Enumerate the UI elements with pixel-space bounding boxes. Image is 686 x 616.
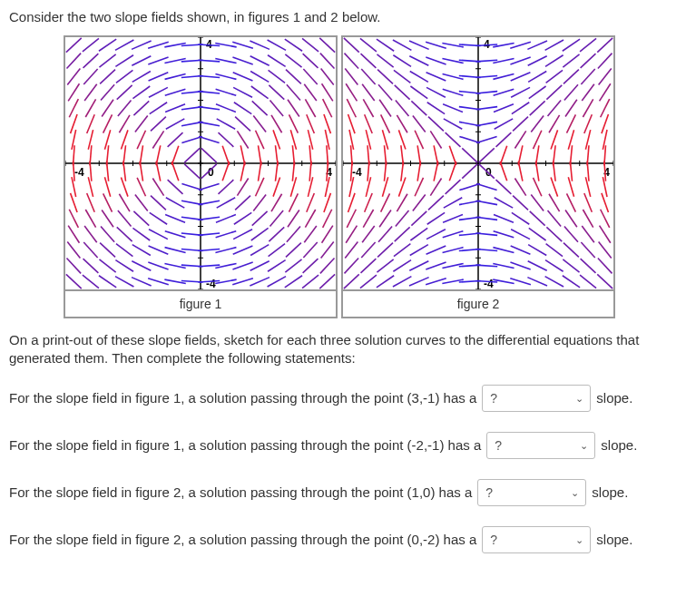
svg-line-522 bbox=[570, 145, 572, 165]
svg-line-330 bbox=[368, 145, 369, 165]
question-2-tail: slope. bbox=[601, 437, 637, 453]
svg-line-278 bbox=[321, 68, 334, 84]
svg-line-193 bbox=[240, 145, 245, 165]
svg-line-59 bbox=[100, 243, 115, 258]
svg-line-314 bbox=[351, 145, 353, 165]
svg-line-60 bbox=[101, 227, 114, 242]
svg-line-406 bbox=[443, 214, 463, 222]
svg-line-494 bbox=[529, 86, 546, 99]
svg-line-395 bbox=[430, 131, 441, 148]
svg-line-63 bbox=[104, 177, 110, 196]
svg-line-446 bbox=[475, 92, 497, 93]
svg-line-227 bbox=[271, 115, 282, 132]
svg-line-490 bbox=[536, 145, 539, 165]
svg-line-49 bbox=[90, 145, 92, 165]
svg-line-73 bbox=[115, 277, 133, 287]
question-2-text: For the slope field in figure 1, a solut… bbox=[9, 437, 481, 453]
question-2-select-wrap: ? ⌄ bbox=[486, 432, 595, 459]
svg-line-179 bbox=[217, 119, 235, 129]
svg-line-265 bbox=[319, 274, 335, 288]
svg-line-437 bbox=[475, 233, 497, 235]
svg-line-434 bbox=[475, 281, 497, 282]
svg-line-449 bbox=[475, 44, 497, 45]
svg-line-344 bbox=[382, 177, 387, 196]
svg-line-54 bbox=[83, 69, 97, 84]
svg-line-176 bbox=[222, 161, 230, 181]
svg-line-407 bbox=[444, 198, 462, 208]
svg-line-380 bbox=[413, 116, 426, 132]
svg-line-324 bbox=[361, 242, 375, 258]
question-3-row: For the slope field in figure 2, a solut… bbox=[9, 479, 677, 506]
svg-line-103 bbox=[132, 56, 151, 66]
svg-line-57 bbox=[99, 276, 116, 288]
svg-line-273 bbox=[327, 145, 328, 165]
svg-line-382 bbox=[410, 86, 427, 99]
svg-line-453 bbox=[494, 231, 514, 238]
svg-line-376 bbox=[415, 178, 423, 196]
svg-line-457 bbox=[500, 161, 507, 181]
question-4-select[interactable]: ? bbox=[482, 526, 591, 553]
question-2-row: For the slope field in figure 1, a solut… bbox=[9, 432, 677, 459]
figure-2-container: 4-4-440 figure 2 bbox=[341, 35, 615, 318]
svg-line-132 bbox=[165, 104, 185, 112]
svg-line-234 bbox=[285, 259, 301, 272]
svg-line-162 bbox=[199, 136, 220, 142]
svg-line-414 bbox=[443, 89, 464, 95]
svg-line-244 bbox=[288, 100, 299, 117]
svg-line-252 bbox=[304, 226, 317, 242]
svg-line-463 bbox=[493, 74, 514, 80]
svg-line-247 bbox=[285, 54, 301, 67]
svg-line-454 bbox=[494, 214, 514, 222]
instructions-text: On a print-out of these slope fields, sk… bbox=[9, 331, 677, 368]
svg-line-308 bbox=[345, 242, 358, 259]
svg-line-188 bbox=[233, 230, 252, 240]
svg-line-493 bbox=[530, 101, 545, 115]
svg-line-82 bbox=[121, 130, 128, 149]
svg-line-442 bbox=[479, 148, 495, 162]
svg-line-167 bbox=[198, 60, 220, 62]
svg-line-99 bbox=[135, 116, 148, 132]
svg-line-514 bbox=[563, 276, 580, 288]
svg-line-485 bbox=[529, 228, 546, 240]
svg-line-251 bbox=[303, 242, 317, 258]
svg-line-171 bbox=[215, 248, 236, 253]
svg-line-544 bbox=[581, 54, 596, 68]
question-3-select[interactable]: ? bbox=[477, 479, 586, 506]
svg-line-37 bbox=[68, 83, 79, 101]
svg-line-123 bbox=[165, 248, 186, 253]
svg-line-471 bbox=[513, 196, 528, 210]
svg-line-235 bbox=[286, 243, 301, 258]
question-1-text: For the slope field in figure 1, a solut… bbox=[9, 390, 476, 406]
svg-line-164 bbox=[199, 107, 220, 110]
svg-line-53 bbox=[84, 84, 97, 101]
svg-line-452 bbox=[493, 248, 514, 253]
svg-line-439 bbox=[476, 200, 497, 204]
svg-line-349 bbox=[379, 100, 391, 117]
svg-line-58 bbox=[99, 259, 115, 272]
svg-line-335 bbox=[361, 69, 375, 84]
svg-line-81 bbox=[123, 145, 126, 165]
question-2-select[interactable]: ? bbox=[486, 432, 595, 459]
svg-line-88 bbox=[115, 40, 133, 50]
svg-line-483 bbox=[528, 261, 547, 271]
svg-line-213 bbox=[251, 86, 269, 99]
svg-line-220 bbox=[269, 227, 284, 241]
svg-line-242 bbox=[290, 130, 296, 149]
svg-line-166 bbox=[198, 75, 220, 77]
svg-line-518 bbox=[565, 210, 577, 227]
svg-line-197 bbox=[233, 87, 252, 97]
question-1-select[interactable]: ? bbox=[482, 385, 591, 412]
svg-line-144 bbox=[184, 164, 200, 179]
svg-line-362 bbox=[401, 145, 404, 165]
svg-line-396 bbox=[428, 117, 444, 132]
svg-line-372 bbox=[410, 245, 428, 256]
svg-line-156 bbox=[198, 233, 220, 235]
svg-text:-4: -4 bbox=[352, 166, 362, 179]
svg-line-95 bbox=[137, 178, 145, 196]
svg-line-347 bbox=[382, 130, 387, 149]
svg-line-549 bbox=[600, 226, 611, 243]
svg-line-319 bbox=[345, 68, 358, 84]
svg-line-45 bbox=[85, 210, 95, 228]
svg-line-501 bbox=[546, 227, 562, 241]
svg-line-367 bbox=[394, 70, 410, 83]
